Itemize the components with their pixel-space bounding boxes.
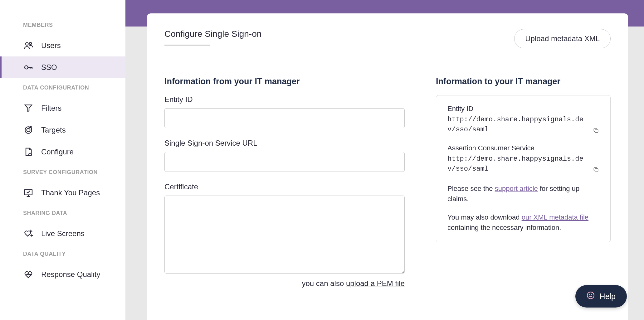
monitor-icon	[23, 187, 34, 198]
info-acs-label: Assertion Consumer Service	[447, 144, 599, 152]
info-acs-value: http://demo.share.happysignals.dev/sso/s…	[447, 154, 590, 174]
smile-icon	[587, 291, 595, 301]
section-title-survey-configuration: SURVEY CONFIGURATION	[0, 163, 125, 182]
svg-point-11	[591, 294, 592, 295]
hearts-icon	[23, 228, 34, 239]
info-section-title: Information to your IT manager	[436, 77, 611, 86]
entity-id-label: Entity ID	[164, 95, 405, 104]
svg-rect-8	[595, 168, 598, 172]
sidebar-item-live-screens[interactable]: Live Screens	[0, 223, 125, 245]
sidebar-item-label: Live Screens	[41, 229, 85, 238]
sidebar-item-sso[interactable]: SSO	[0, 56, 125, 78]
sso-url-label: Single Sign-on Service URL	[164, 139, 405, 148]
support-prefix: Please see the	[447, 185, 495, 192]
target-icon	[23, 125, 34, 135]
sidebar-item-users[interactable]: Users	[0, 35, 125, 56]
section-title-data-quality: DATA QUALITY	[0, 245, 125, 264]
sidebar-item-label: Users	[41, 41, 61, 50]
upload-metadata-button[interactable]: Upload metadata XML	[514, 29, 611, 48]
sidebar-item-label: Thank You Pages	[41, 188, 100, 197]
info-entity-id-value: http://demo.share.happysignals.dev/sso/s…	[447, 115, 590, 135]
svg-point-3	[25, 127, 32, 133]
page-title: Configure Single Sign-on	[164, 29, 261, 39]
sidebar-item-filters[interactable]: Filters	[0, 97, 125, 119]
info-column: Information to your IT manager Entity ID…	[436, 77, 611, 288]
content-panel: Configure Single Sign-on Upload metadata…	[147, 13, 628, 320]
download-metadata-text: You may also download our XML metadata f…	[447, 212, 599, 233]
sidebar-item-label: SSO	[41, 63, 57, 72]
sidebar-item-label: Configure	[41, 148, 74, 156]
sidebar-item-label: Filters	[41, 104, 61, 113]
support-article-text: Please see the support article for setti…	[447, 183, 599, 204]
svg-point-4	[27, 128, 30, 132]
filter-icon	[23, 103, 34, 114]
upload-pem-link[interactable]: upload a PEM file	[346, 279, 405, 288]
download-prefix: You may also download	[447, 213, 522, 221]
download-suffix: containing the necessary information.	[447, 224, 561, 231]
help-button[interactable]: Help	[575, 285, 627, 308]
copy-icon[interactable]	[593, 167, 599, 173]
sidebar-item-label: Response Quality	[41, 270, 100, 279]
entity-id-input[interactable]	[164, 108, 405, 128]
sidebar-item-targets[interactable]: Targets	[0, 119, 125, 141]
svg-point-9	[587, 292, 594, 299]
sidebar-item-response-quality[interactable]: Response Quality	[0, 264, 125, 285]
svg-point-5	[29, 153, 31, 156]
panel-header: Configure Single Sign-on Upload metadata…	[164, 29, 611, 63]
svg-rect-7	[595, 129, 598, 132]
help-label: Help	[600, 292, 616, 301]
key-icon	[23, 62, 34, 73]
svg-point-10	[589, 294, 590, 295]
section-title-data-configuration: DATA CONFIGURATION	[0, 78, 125, 97]
copy-icon[interactable]	[593, 127, 599, 133]
svg-point-1	[29, 42, 32, 45]
svg-point-0	[26, 42, 28, 45]
info-entity-id-label: Entity ID	[447, 105, 599, 113]
certificate-label: Certificate	[164, 182, 405, 191]
form-section-title: Information from your IT manager	[164, 77, 405, 86]
pem-prefix-text: you can also	[302, 279, 346, 288]
sidebar: MEMBERS Users SSO DATA CONFIGURATION Fil…	[0, 0, 125, 320]
section-title-members: MEMBERS	[0, 16, 125, 35]
sso-url-input[interactable]	[164, 152, 405, 172]
download-metadata-link[interactable]: our XML metadata file	[522, 213, 588, 221]
main-area: Configure Single Sign-on Upload metadata…	[125, 0, 644, 320]
certificate-input[interactable]	[164, 196, 405, 274]
sidebar-item-configure[interactable]: Configure	[0, 141, 125, 163]
configure-icon	[23, 147, 34, 157]
heartbeat-icon	[23, 269, 34, 280]
support-article-link[interactable]: support article	[495, 185, 538, 192]
info-box: Entity ID http://demo.share.happysignals…	[436, 95, 611, 242]
pem-upload-line: you can also upload a PEM file	[164, 279, 405, 288]
users-icon	[23, 40, 34, 51]
svg-point-2	[25, 66, 28, 69]
form-column: Information from your IT manager Entity …	[164, 77, 405, 288]
section-title-sharing-data: SHARING DATA	[0, 204, 125, 223]
sidebar-item-label: Targets	[41, 126, 66, 134]
sidebar-item-thank-you-pages[interactable]: Thank You Pages	[0, 182, 125, 204]
